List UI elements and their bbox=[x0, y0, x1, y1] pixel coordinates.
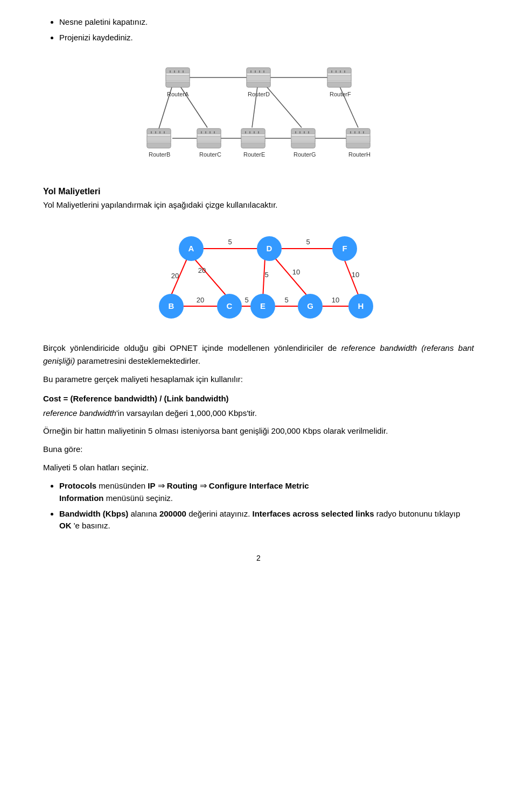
svg-text:10: 10 bbox=[332, 296, 339, 304]
svg-line-32 bbox=[275, 258, 310, 299]
metric-label: Metric bbox=[285, 481, 309, 490]
protocols-rest: menüsünden bbox=[99, 481, 148, 490]
paragraph-formula-intro: Bu parametre gerçek maliyeti hesaplamak … bbox=[43, 373, 474, 386]
svg-text:RouterB: RouterB bbox=[149, 151, 170, 158]
graph-svg: A D F B C E G H 5 5 20 20 5 10 bbox=[113, 219, 404, 332]
interface-label: Interface bbox=[249, 481, 283, 490]
formula-line: Cost = (Reference bandwidth) / (Link ban… bbox=[43, 391, 474, 406]
svg-text:5: 5 bbox=[228, 238, 232, 246]
graph-diagram: A D F B C E G H 5 5 20 20 5 10 bbox=[43, 219, 474, 332]
router-d-icon bbox=[247, 68, 270, 87]
svg-text:20: 20 bbox=[171, 272, 179, 280]
svg-text:RouterF: RouterF bbox=[330, 91, 351, 97]
svg-text:5: 5 bbox=[284, 296, 288, 304]
svg-text:20: 20 bbox=[198, 266, 206, 274]
routing-label: Routing bbox=[167, 481, 198, 490]
router-a-icon bbox=[166, 68, 190, 87]
paragraph-buna-gore: Buna göre: bbox=[43, 443, 474, 456]
svg-text:G: G bbox=[307, 301, 313, 310]
section-title: Yol Maliyetleri bbox=[43, 187, 474, 196]
ip-label: IP bbox=[148, 481, 155, 490]
svg-text:RouterG: RouterG bbox=[294, 151, 316, 158]
paragraph-select: Maliyeti 5 olan hatları seçiniz. bbox=[43, 461, 474, 474]
svg-text:D: D bbox=[267, 244, 273, 253]
bullet-protocols: Protocols menüsünden IP ⇒ Routing ⇒ Conf… bbox=[59, 479, 474, 505]
router-diagram-svg: RouterA RouterD RouterF RouterB RouterC … bbox=[108, 53, 409, 177]
para1-rest: parametresini desteklemektedirler. bbox=[75, 356, 200, 365]
svg-text:20: 20 bbox=[197, 296, 204, 304]
protocols-label: Protocols bbox=[59, 481, 96, 490]
svg-text:H: H bbox=[358, 301, 364, 310]
page-number: 2 bbox=[43, 554, 474, 562]
formula-note: reference bandwidth'in varsayılan değeri… bbox=[43, 406, 474, 420]
svg-text:F: F bbox=[342, 244, 347, 253]
bandwidth-label: Bandwidth (Kbps) bbox=[59, 509, 128, 518]
interfaces-label: Interfaces across selected links bbox=[253, 509, 374, 518]
information-rest: menüsünü seçiniz. bbox=[106, 493, 173, 503]
formula-block: Cost = (Reference bandwidth) / (Link ban… bbox=[43, 391, 474, 420]
svg-text:5: 5 bbox=[306, 238, 310, 246]
ok-rest: 'e basınız. bbox=[74, 521, 110, 530]
router-f-icon bbox=[327, 68, 351, 87]
svg-text:B: B bbox=[169, 301, 174, 310]
svg-rect-0 bbox=[108, 53, 120, 63]
configure-label: Configure bbox=[209, 481, 247, 490]
svg-line-13 bbox=[267, 87, 302, 128]
svg-text:RouterA: RouterA bbox=[167, 91, 189, 97]
svg-rect-2 bbox=[108, 53, 120, 57]
formula-note-rest: 'in varsayılan değeri 1,000,000 Kbps'tir… bbox=[116, 408, 257, 418]
ok-label: OK bbox=[59, 521, 72, 530]
router-e-icon bbox=[241, 129, 265, 148]
svg-text:RouterD: RouterD bbox=[248, 91, 270, 97]
bandwidth-rest1: alanına bbox=[131, 509, 159, 518]
svg-text:C: C bbox=[227, 301, 233, 310]
bandwidth-value: 200000 bbox=[159, 509, 186, 518]
top-bullet-list: Nesne paletini kapatınız. Projenizi kayd… bbox=[59, 16, 474, 44]
svg-text:10: 10 bbox=[292, 268, 300, 276]
information-label: Information bbox=[59, 493, 104, 503]
paragraph-example: Örneğin bir hattın maliyetinin 5 olması … bbox=[43, 425, 474, 437]
bullet-item-2: Projenizi kaydediniz. bbox=[59, 32, 474, 44]
formula-text: Cost = (Reference bandwidth) / (Link ban… bbox=[43, 394, 229, 403]
paragraph-reference-bandwidth: Birçok yönlendiricide olduğu gibi OPNET … bbox=[43, 342, 474, 368]
bullet-bandwidth: Bandwidth (Kbps) alanına 200000 değerini… bbox=[59, 508, 474, 532]
bottom-bullet-list: Protocols menüsünden IP ⇒ Routing ⇒ Conf… bbox=[59, 479, 474, 532]
svg-line-30 bbox=[194, 258, 229, 299]
svg-text:RouterC: RouterC bbox=[199, 151, 221, 158]
svg-text:E: E bbox=[260, 301, 266, 310]
svg-text:10: 10 bbox=[352, 271, 359, 279]
router-c-icon bbox=[197, 129, 221, 148]
svg-rect-3 bbox=[108, 58, 120, 63]
section-subtitle: Yol Maliyetlerini yapılandırmak için aşa… bbox=[43, 199, 474, 211]
formula-note-italic: reference bandwidth bbox=[43, 408, 116, 418]
router-g-icon bbox=[291, 129, 315, 148]
svg-text:RouterE: RouterE bbox=[243, 151, 265, 158]
arrow-2: ⇒ bbox=[200, 479, 207, 492]
arrow-1: ⇒ bbox=[158, 479, 165, 492]
router-h-icon bbox=[346, 129, 370, 148]
svg-text:5: 5 bbox=[264, 271, 268, 279]
router-network-diagram: RouterA RouterD RouterF RouterB RouterC … bbox=[43, 53, 474, 177]
bandwidth-rest2: değerini atayınız. bbox=[188, 509, 252, 518]
router-b-icon bbox=[147, 129, 171, 148]
svg-text:RouterH: RouterH bbox=[348, 151, 371, 158]
bullet-item-1: Nesne paletini kapatınız. bbox=[59, 16, 474, 29]
svg-text:A: A bbox=[188, 244, 194, 253]
para1-prefix: Birçok yönlendiricide olduğu gibi OPNET … bbox=[43, 343, 341, 352]
svg-text:5: 5 bbox=[244, 296, 248, 304]
radio-rest: radyo butonunu tıklayıp bbox=[376, 509, 460, 518]
